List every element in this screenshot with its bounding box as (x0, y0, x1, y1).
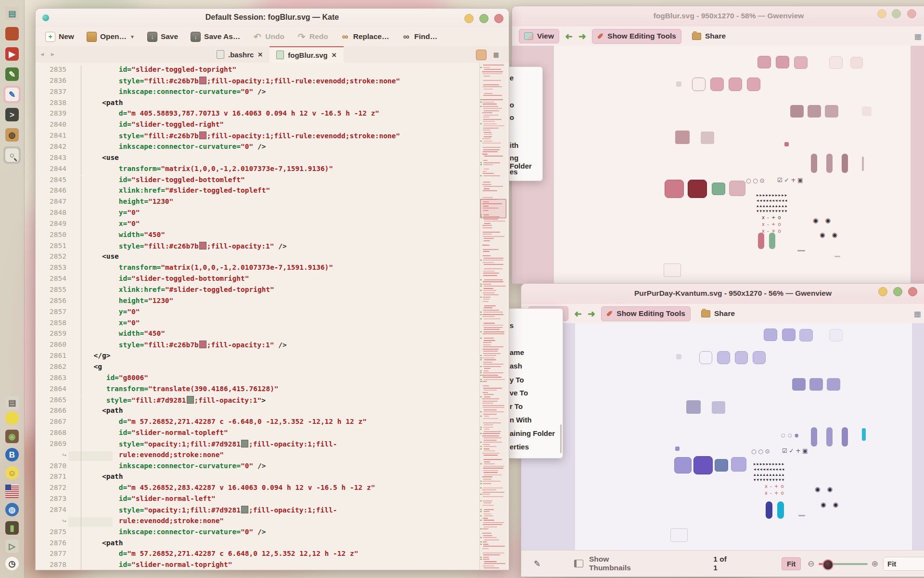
undo-button[interactable]: ↶Undo (249, 30, 288, 43)
tab-next-icon[interactable]: ▸ (51, 50, 54, 58)
dock-item-play-outline[interactable]: ▷ (3, 538, 21, 555)
line-number: 2846 (36, 186, 66, 197)
context-menu-item[interactable]: o (510, 113, 514, 121)
context-menu-item[interactable]: s (510, 321, 513, 329)
zoom-in-icon[interactable]: ⊕ (872, 559, 878, 569)
maximize-button[interactable] (892, 9, 901, 18)
dock-item-camera-cash[interactable]: ◉ (3, 428, 21, 445)
context-menu-item[interactable]: ve To (510, 389, 528, 397)
save-button[interactable]: ↓Save (143, 30, 182, 44)
minimap-mark-green (480, 279, 482, 280)
minimap-scrollbar[interactable] (479, 63, 507, 570)
minimap-mark (482, 548, 488, 549)
new-button[interactable]: +New (41, 30, 78, 44)
dock-item-search-docs[interactable]: ○ (3, 146, 21, 164)
dock-item-network-globe[interactable]: ◍ (3, 501, 21, 518)
zoom-mode-dropdown[interactable]: Fit ▼ (883, 557, 924, 571)
kate-titlebar[interactable]: Default Session: fogBlur.svg — Kate (36, 9, 509, 27)
zoom-slider-knob[interactable] (822, 559, 834, 570)
gutter (66, 385, 81, 396)
fullscreen-grid-icon[interactable]: ▦ (914, 309, 921, 318)
gwenview-titlebar[interactable]: fogBlur.svg - 950x1270 - 58% — Gwenview (512, 6, 924, 27)
context-menu-item[interactable]: r To (510, 402, 523, 410)
document-switcher-icon[interactable] (476, 50, 487, 60)
back-button[interactable]: ➜ (565, 31, 573, 42)
context-menu-item[interactable]: o (510, 101, 514, 109)
gutter (66, 528, 81, 539)
gutter (66, 165, 81, 176)
dock-item-photos[interactable]: ▤ (3, 5, 21, 22)
show-editing-tools-button[interactable]: ✐ Show Editing Tools (592, 29, 681, 44)
close-icon[interactable]: ✕ (257, 51, 263, 58)
view-mode-button[interactable]: View (519, 29, 559, 43)
close-button[interactable] (907, 9, 916, 18)
dock-item-us-flag[interactable] (3, 483, 21, 500)
minimize-button[interactable] (464, 14, 474, 23)
edit-document-icon[interactable]: ✎ (534, 559, 540, 569)
dock-item-battery-cash[interactable]: ▮ (3, 519, 21, 537)
share-button[interactable]: Share (696, 307, 740, 320)
zoom-slider[interactable] (819, 559, 868, 568)
open-button[interactable]: Open…▼ (83, 30, 139, 44)
redo-button[interactable]: ↷Redo (293, 30, 332, 43)
context-menu-item[interactable]: aining Folder (510, 429, 555, 437)
split-view-grid-icon[interactable]: ▦ (491, 50, 501, 59)
dock-item-terminal[interactable]: > (3, 106, 21, 123)
image-view[interactable]: ○ ○ ⊙☑ ✓ + ▣▸▸▸▸▸▸▸▸▸▸◂◂◂◂◂◂◂◂◂◂▴▴▴▴▴▴▴▴… (512, 46, 924, 284)
dock-item-bluetooth[interactable]: B (3, 446, 21, 463)
context-menu-item[interactable]: n With (510, 416, 532, 424)
minimap-mark (484, 93, 492, 94)
code-editor[interactable]: 2835 id="slider-toggled-topright"2836 st… (36, 63, 509, 570)
show-thumbnails-button[interactable]: Show Thumbnails (589, 555, 652, 572)
saveas-button[interactable]: ↓Save As… (187, 30, 244, 44)
zoom-out-icon[interactable]: ⊖ (808, 559, 814, 569)
minimap-mark (484, 520, 494, 521)
dock-item-package[interactable]: ◍ (3, 126, 21, 144)
replace-button[interactable]: ∞Replace… (337, 30, 393, 43)
context-menu-item[interactable]: y To (510, 376, 524, 384)
fit-button[interactable]: Fit (782, 557, 801, 570)
dock-item-media-player[interactable]: ▶ (3, 45, 21, 63)
minimize-button[interactable] (878, 287, 887, 296)
gwenview-titlebar[interactable]: PurPurDay-Kvantum.svg - 950x1270 - 56% —… (521, 284, 924, 304)
minimize-button[interactable] (877, 9, 886, 18)
dock-item-notebook[interactable]: ✎ (3, 66, 21, 83)
close-button[interactable] (494, 14, 503, 23)
forward-button[interactable]: ➜ (578, 31, 586, 42)
tab-prev-icon[interactable]: ◂ (40, 50, 44, 58)
maximize-button[interactable] (893, 287, 902, 296)
dock-item-emoji[interactable]: ☺ (3, 464, 21, 482)
context-menu-item[interactable]: e (510, 74, 513, 82)
close-button[interactable] (908, 287, 917, 296)
dock-item-clock[interactable]: ◷ (3, 555, 21, 572)
back-button[interactable]: ➜ (574, 308, 582, 319)
image-view[interactable]: ○ ○ ●○ ○ ⊙☑ ✓ + ▣▸▸▸▸▸▸▸▸▸▸◂◂◂◂◂◂◂◂◂◂▴▴▴… (521, 323, 924, 551)
fullscreen-grid-icon[interactable]: ▦ (914, 32, 922, 41)
close-icon[interactable]: ✕ (332, 52, 337, 59)
minimap-mark-green (480, 162, 482, 163)
dock-item-clipboard[interactable]: ▤ (3, 394, 21, 411)
tab-fogBlur-svg[interactable]: fogBlur.svg✕ (270, 46, 343, 63)
show-editing-tools-button[interactable]: ✐ Show Editing Tools (601, 306, 691, 321)
forward-button[interactable]: ➜ (588, 308, 595, 319)
context-menu-item[interactable]: erties (510, 443, 529, 451)
code-line: 2872 d="m 45.26852,283.42287 v 16.4063 0… (36, 484, 480, 495)
context-menu-item[interactable]: ash (510, 362, 522, 370)
context-menu-scrollbar[interactable] (560, 424, 562, 453)
context-menu-item[interactable]: ith (510, 141, 518, 149)
code-text: style="fill:#c26b7b;fill-opacity:1" /> (81, 242, 287, 253)
dock-item-text-editor[interactable]: ✎ (3, 86, 21, 103)
share-button[interactable]: Share (687, 29, 731, 43)
toolbar-button-label: Open… (100, 32, 127, 41)
find-button[interactable]: ∞Find… (398, 30, 441, 43)
maximize-button[interactable] (479, 14, 488, 23)
context-menu-item[interactable]: es (510, 168, 518, 176)
context-menu-item[interactable]: ame (510, 348, 524, 356)
dock-item-firefox[interactable] (3, 25, 21, 42)
theme-preview-shape (664, 263, 681, 277)
dock-item-brightness[interactable] (3, 409, 21, 427)
theme-preview-glyphs: ☑ ✓ + ▣ (782, 448, 808, 454)
tab--bashrc[interactable]: .bashrc✕ (210, 46, 270, 63)
code-text: inkscape:connector-curvature="0" /> (81, 143, 266, 154)
chevron-down-icon: ▼ (130, 34, 135, 39)
